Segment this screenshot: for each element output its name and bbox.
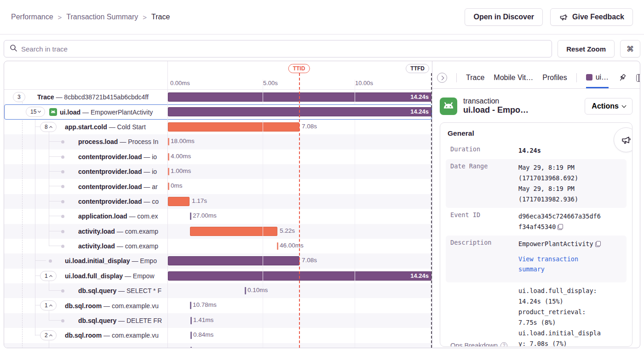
span-tree-cell: application.load — com.ex [4,209,167,224]
span-tick[interactable] [190,317,192,324]
trace-row[interactable]: 1db.sql.room — com.example.vu10.78ms [4,298,432,313]
trace-row[interactable]: activity.load — com.examp46.00ms [4,239,432,253]
tree-connector [49,320,61,321]
ttid-marker-line [299,73,300,348]
span-color-swatch [586,74,592,80]
expand-panel-icon[interactable] [437,73,447,83]
trace-row[interactable]: 2db.sql.room — com.example.vu0.84ms [4,328,432,343]
detail-row: Duration14.24s [446,142,627,159]
span-count-badge[interactable]: 1 [40,300,57,310]
span-tick[interactable] [168,183,169,190]
tree-connector [49,216,61,216]
span-tree-cell: contentprovider.load — co [4,194,167,209]
detail-row: Ops Breakdown?ui.load.full_display:14.24… [446,282,627,347]
trace-row[interactable]: db.sql.query — SELECT * F0.10ms [4,283,432,298]
span-tick[interactable] [168,138,169,145]
span-duration-label: 46.00ms [280,242,304,249]
span-tick[interactable] [277,242,278,250]
tree-connector [49,311,49,321]
span-count-badge[interactable]: 2 [40,330,57,340]
detail-value-line: y: 7.08s (7%) [518,339,623,347]
ttid-badge[interactable]: TTID [288,64,310,73]
copy-icon[interactable] [558,224,563,230]
span-label: db.sql.query — SELECT * F [78,287,161,294]
tab-profiles[interactable]: Profiles [542,74,567,82]
actions-button[interactable]: Actions [585,98,632,115]
span-bar[interactable] [168,256,299,265]
span-tick[interactable] [190,347,192,348]
trace-row[interactable]: contentprovider.load — ar0ms [4,179,432,194]
trace-row[interactable]: contentprovider.load — io4.00ms [4,149,432,164]
chevron-up-icon [49,334,52,338]
ttfd-badge[interactable]: TTFD [406,64,429,73]
search-input[interactable] [21,45,546,53]
reset-zoom-button[interactable]: Reset Zoom [558,40,615,57]
span-count-badge[interactable]: 3 [13,92,25,102]
trace-row[interactable]: ui.load.initial_display — Empo7.08s [4,253,432,268]
open-in-discover-button[interactable]: Open in Discover [465,8,543,26]
span-tick[interactable] [168,168,169,175]
trace-row[interactable]: db.sql.query — INSERT OR0.78ms [4,343,432,348]
help-icon[interactable]: ? [500,342,507,347]
span-count-badge[interactable]: 8 [40,122,57,132]
span-tick[interactable] [190,213,191,220]
trace-row[interactable]: contentprovider.load — io1.00ms [4,164,432,179]
span-tree-dot [61,230,64,233]
shortcut-button[interactable]: ⌘ [620,40,640,57]
trace-row[interactable]: activity.load — com.examp5.22s [4,224,432,239]
chevron-up-icon [49,305,52,308]
tab-active-span[interactable]: ui… [586,73,609,88]
span-duration-label: 7.08s [302,123,317,130]
span-tick[interactable] [245,287,246,294]
span-tick[interactable] [190,332,192,339]
toolbar: Reset Zoom ⌘ [0,34,644,57]
detail-value-line: May 29, 8:19 PM [518,162,623,173]
tab-mobilevit[interactable]: Mobile Vit… [494,74,533,82]
trace-row[interactable]: 3Trace — 8cbbcd38721b415ab6cbdc4ff14.24s [4,90,432,104]
span-duration-label: 1.41ms [193,316,213,323]
span-bar[interactable] [190,227,277,236]
breadcrumb-item[interactable]: Transaction Summary [66,13,138,21]
breadcrumb-item: Trace [151,13,170,21]
span-count-badge[interactable]: 1 [40,271,57,281]
dock-left-icon[interactable] [636,74,640,82]
trace-row[interactable]: application.load — com.ex27.00ms [4,209,432,224]
span-tree-cell: 2db.sql.room — com.example.vu [4,328,167,343]
tab-trace[interactable]: Trace [466,74,484,82]
trace-row[interactable]: 1ui.load.full_display — Empow14.24s [4,269,432,283]
span-tick[interactable] [168,153,169,161]
chevron-down-icon [38,109,41,113]
detail-value-line: EmpowerPlantActivity [518,239,623,249]
detail-value-line: 7.75s (8%) [518,317,623,328]
detail-value-line: ui.load.initial_displa [518,328,623,339]
span-bar[interactable] [168,122,299,132]
trace-row[interactable]: process.load — Process In18.00ms [4,134,432,149]
axis-tick-label: 5.00s [263,80,278,86]
span-tick[interactable] [190,302,191,309]
span-tree-dot [61,200,64,203]
span-count-badge[interactable]: 15 [26,107,45,117]
detail-value-line: ui.load.full_display: [518,286,623,296]
tree-connector [22,102,23,348]
search-icon [10,44,17,54]
span-label: contentprovider.load — co [78,198,159,205]
trace-row[interactable]: contentprovider.load — co1.17s [4,194,432,209]
pin-icon[interactable] [618,73,627,82]
copy-icon[interactable] [595,241,601,247]
transaction-titles: transaction ui.load - Empo… [463,97,579,115]
span-duration-label: 27.00ms [193,212,217,219]
span-label: application.load — com.ex [78,213,158,220]
span-tree-dot [61,289,64,293]
span-tree-dot [49,259,52,263]
tree-connector [49,156,61,157]
trace-row[interactable]: db.sql.query — DELETE FR1.41ms [4,313,432,328]
breadcrumb-item[interactable]: Performance [11,13,53,21]
view-transaction-summary-link[interactable]: View transactionsummary [518,254,623,275]
tree-connector [49,201,61,201]
trace-row[interactable]: 15ui.load — EmpowerPlantActivity14.24s [4,104,432,119]
general-card: General Duration14.24sDate RangeMay 29, … [440,122,632,347]
trace-row[interactable]: 8app.start.cold — Cold Start7.08s [4,120,432,134]
span-bar[interactable] [168,197,190,206]
span-label: db.sql.room — com.example.vu [65,332,159,339]
give-feedback-button[interactable]: Give Feedback [550,8,633,26]
